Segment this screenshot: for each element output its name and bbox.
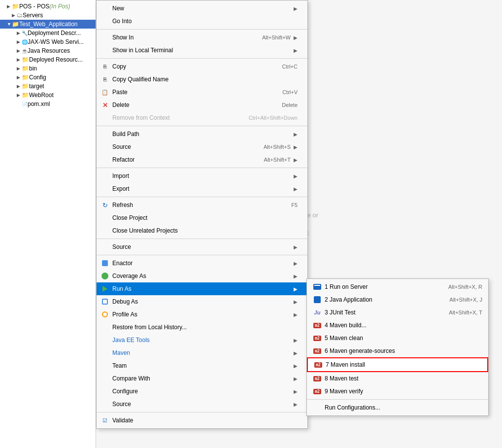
menu-item-build-path[interactable]: Build Path ▶ bbox=[97, 128, 307, 140]
import-icon bbox=[100, 172, 109, 180]
menu-item-refactor[interactable]: Refactor Alt+Shift+T ▶ bbox=[97, 153, 307, 166]
submenu-item-maven-test[interactable]: m2 8 Maven test bbox=[307, 372, 488, 385]
tree-label-java-res: Java Resources bbox=[28, 47, 70, 54]
menu-item-show-local[interactable]: Show in Local Terminal ▶ bbox=[97, 44, 307, 57]
submenu-item-maven-generate[interactable]: m2 6 Maven generate-sources bbox=[307, 345, 488, 357]
maven-clean-icon: m2 bbox=[313, 334, 322, 343]
delete-icon: ✕ bbox=[100, 101, 109, 109]
tree-item-test-web[interactable]: ▼ 📁 Test_Web_Application bbox=[0, 20, 96, 29]
menu-label-profile-as: Profile As bbox=[112, 311, 291, 318]
menu-item-refresh[interactable]: ↻ Refresh F5 bbox=[97, 199, 307, 211]
tree-item-deployed-res[interactable]: ▶ 📁 Deployed Resourc... bbox=[0, 55, 96, 64]
menu-item-copy[interactable]: ⎘ Copy Ctrl+C bbox=[97, 60, 307, 73]
maven-verify-icon: m2 bbox=[313, 387, 322, 396]
validate-icon: ☑ bbox=[100, 416, 109, 425]
menu-item-coverage-as[interactable]: Coverage As ▶ bbox=[97, 270, 307, 282]
menu-label-delete: Delete bbox=[112, 102, 272, 108]
menu-item-delete[interactable]: ✕ Delete Delete bbox=[97, 99, 307, 111]
menu-item-compare-with[interactable]: Compare With ▶ bbox=[97, 372, 307, 385]
menu-label-paste: Paste bbox=[112, 89, 272, 96]
submenu-item-maven-clean[interactable]: m2 5 Maven clean bbox=[307, 332, 488, 345]
tree-item-target[interactable]: ▶ 📁 target bbox=[0, 82, 96, 91]
submenu-label-maven-build: 4 Maven build... bbox=[325, 322, 482, 329]
java-app-shortcut: Alt+Shift+X, J bbox=[449, 297, 482, 303]
submenu-item-run-config[interactable]: Run Configurations... bbox=[307, 401, 488, 414]
menu-item-run-as[interactable]: Run As ▶ bbox=[97, 282, 307, 295]
tree-item-deploy[interactable]: ▶ 🔧 Deployment Descr... bbox=[0, 29, 96, 37]
tree-label-deploy: Deployment Descr... bbox=[28, 30, 81, 36]
context-menu-main: New ▶ Go Into Show In Alt+Shift+W ▶ Show… bbox=[96, 0, 308, 429]
separator-7 bbox=[97, 255, 307, 255]
menu-item-team[interactable]: Team ▶ bbox=[97, 359, 307, 372]
tree-label-jaxws: JAX-WS Web Servi... bbox=[28, 38, 84, 45]
tree-item-config[interactable]: ▶ 📁 Config bbox=[0, 73, 96, 82]
menu-item-profile-as[interactable]: Profile As ▶ bbox=[97, 308, 307, 321]
separator-1 bbox=[97, 29, 307, 30]
debug-as-arrow: ▶ bbox=[294, 299, 298, 305]
junit-shortcut: Alt+Shift+X, T bbox=[449, 310, 482, 315]
menu-label-restore-history: Restore from Local History... bbox=[112, 324, 298, 331]
close-unrelated-icon bbox=[100, 226, 109, 235]
menu-item-copy-qualified[interactable]: ⎘ Copy Qualified Name bbox=[97, 73, 307, 86]
menu-item-go-into[interactable]: Go Into bbox=[97, 15, 307, 28]
menu-item-java-ee-tools[interactable]: Java EE Tools ▶ bbox=[97, 334, 307, 346]
menu-item-export[interactable]: Export ▶ bbox=[97, 182, 307, 195]
menu-label-new: New bbox=[112, 5, 291, 12]
tree-item-pos[interactable]: ▶ 📁 POS - POS (In Pos) bbox=[0, 2, 96, 11]
tree-arrow-test-web: ▼ bbox=[7, 22, 12, 27]
show-in-icon bbox=[100, 33, 109, 42]
submenu-separator bbox=[307, 399, 488, 400]
tree-item-pom[interactable]: 📄 pom.xml bbox=[0, 100, 96, 108]
menu-label-configure: Configure bbox=[112, 388, 291, 395]
menu-item-source2[interactable]: Source ▶ bbox=[97, 241, 307, 253]
tree-item-java-res[interactable]: ▶ ☕ Java Resources bbox=[0, 46, 96, 55]
menu-label-validate: Validate bbox=[112, 417, 298, 424]
menu-label-go-into: Go Into bbox=[112, 18, 298, 25]
tree-item-bin[interactable]: ▶ 📁 bin bbox=[0, 64, 96, 73]
copy-shortcut: Ctrl+C bbox=[282, 64, 298, 69]
menu-item-show-in[interactable]: Show In Alt+Shift+W ▶ bbox=[97, 31, 307, 44]
tree-item-jaxws[interactable]: ▶ 🌐 JAX-WS Web Servi... bbox=[0, 37, 96, 46]
export-arrow: ▶ bbox=[294, 186, 298, 192]
team-arrow: ▶ bbox=[294, 363, 298, 369]
menu-item-remove-context[interactable]: Remove from Context Ctrl+Alt+Shift+Down bbox=[97, 111, 307, 124]
menu-item-source[interactable]: Source Alt+Shift+S ▶ bbox=[97, 140, 307, 153]
new-icon bbox=[100, 4, 109, 13]
menu-item-maven[interactable]: Maven ▶ bbox=[97, 346, 307, 359]
submenu-item-java-app[interactable]: 2 Java Application Alt+Shift+X, J bbox=[307, 293, 488, 306]
folder-icon-bin: 📁 bbox=[22, 65, 29, 72]
submenu-label-maven-clean: 5 Maven clean bbox=[325, 335, 482, 342]
run-as-arrow: ▶ bbox=[294, 286, 298, 292]
submenu-item-maven-install[interactable]: m2 7 Maven install bbox=[307, 357, 488, 372]
import-arrow: ▶ bbox=[294, 173, 298, 179]
menu-item-import[interactable]: Import ▶ bbox=[97, 170, 307, 182]
java-res-icon: ☕ bbox=[22, 48, 28, 54]
refresh-shortcut: F5 bbox=[291, 202, 298, 208]
submenu-item-maven-build[interactable]: m2 4 Maven build... bbox=[307, 319, 488, 332]
source2-icon bbox=[100, 242, 109, 251]
menu-item-paste[interactable]: 📋 Paste Ctrl+V bbox=[97, 86, 307, 99]
tree-item-servers[interactable]: ▶ 🗂 Servers bbox=[0, 11, 96, 20]
submenu-item-run-server[interactable]: 1 Run on Server Alt+Shift+X, R bbox=[307, 280, 488, 293]
menu-label-enactor: Enactor bbox=[112, 260, 291, 267]
menu-item-restore-history[interactable]: Restore from Local History... bbox=[97, 321, 307, 334]
maven-test-icon: m2 bbox=[313, 374, 322, 383]
separator-4 bbox=[97, 168, 307, 168]
menu-item-configure[interactable]: Configure ▶ bbox=[97, 385, 307, 398]
menu-item-close-project[interactable]: Close Project bbox=[97, 211, 307, 224]
menu-item-new[interactable]: New ▶ bbox=[97, 2, 307, 15]
tree-item-webroot[interactable]: ▶ 📁 WebRoot bbox=[0, 91, 96, 100]
menu-item-source3[interactable]: Source ▶ bbox=[97, 398, 307, 411]
menu-item-validate[interactable]: ☑ Validate bbox=[97, 414, 307, 427]
folder-icon-deployed-res: 📁 bbox=[22, 56, 29, 63]
submenu-item-junit[interactable]: Ju 3 JUnit Test Alt+Shift+X, T bbox=[307, 306, 488, 319]
jaxws-icon: 🌐 bbox=[22, 39, 28, 45]
tree-label-bin: bin bbox=[29, 65, 37, 72]
separator-6 bbox=[97, 239, 307, 239]
submenu-item-maven-verify[interactable]: m2 9 Maven verify bbox=[307, 385, 488, 398]
menu-item-debug-as[interactable]: Debug As ▶ bbox=[97, 295, 307, 308]
menu-label-import: Import bbox=[112, 172, 291, 179]
copy-icon: ⎘ bbox=[100, 62, 109, 71]
menu-item-enactor[interactable]: Enactor ▶ bbox=[97, 257, 307, 270]
menu-item-close-unrelated[interactable]: Close Unrelated Projects bbox=[97, 224, 307, 237]
